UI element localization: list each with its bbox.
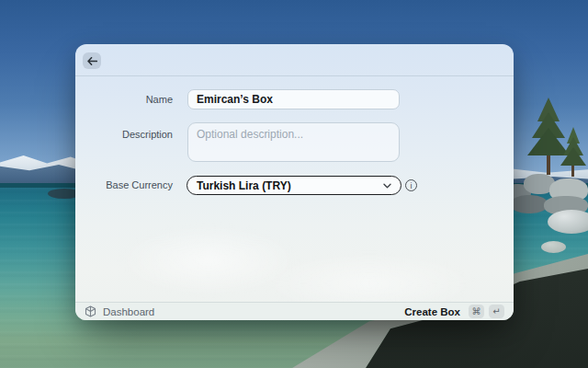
command-key-icon: ⌘ [469, 305, 484, 318]
back-arrow-icon [87, 57, 97, 65]
create-box-action[interactable]: Create Box ⌘ ↵ [404, 305, 504, 318]
dialog-footer: Dashboard Create Box ⌘ ↵ [75, 302, 514, 320]
wallpaper-white-boulder-small [541, 241, 566, 253]
create-box-dialog: Name Description Base Currency Turkish L… [75, 44, 514, 320]
description-label: Description [75, 127, 173, 142]
wallpaper-white-boulder [548, 210, 588, 234]
name-input[interactable] [187, 89, 400, 109]
back-button[interactable] [83, 52, 101, 69]
wallpaper-pine-tree-small [560, 127, 586, 177]
box-logo-icon [85, 305, 96, 317]
dashboard-nav[interactable]: Dashboard [85, 305, 154, 317]
name-label: Name [75, 89, 173, 109]
description-input[interactable] [187, 122, 400, 162]
desktop: Name Description Base Currency Turkish L… [0, 0, 588, 368]
base-currency-value: Turkish Lira (TRY) [197, 180, 383, 191]
dialog-form: Name Description Base Currency Turkish L… [75, 76, 514, 302]
chevron-down-icon [383, 183, 391, 189]
base-currency-select[interactable]: Turkish Lira (TRY) [187, 176, 401, 195]
dashboard-label: Dashboard [103, 306, 154, 317]
return-key-icon: ↵ [489, 305, 504, 318]
base-currency-label: Base Currency [75, 176, 173, 195]
info-icon[interactable]: i [405, 179, 417, 191]
dialog-header [75, 44, 514, 76]
create-box-label: Create Box [404, 306, 460, 317]
